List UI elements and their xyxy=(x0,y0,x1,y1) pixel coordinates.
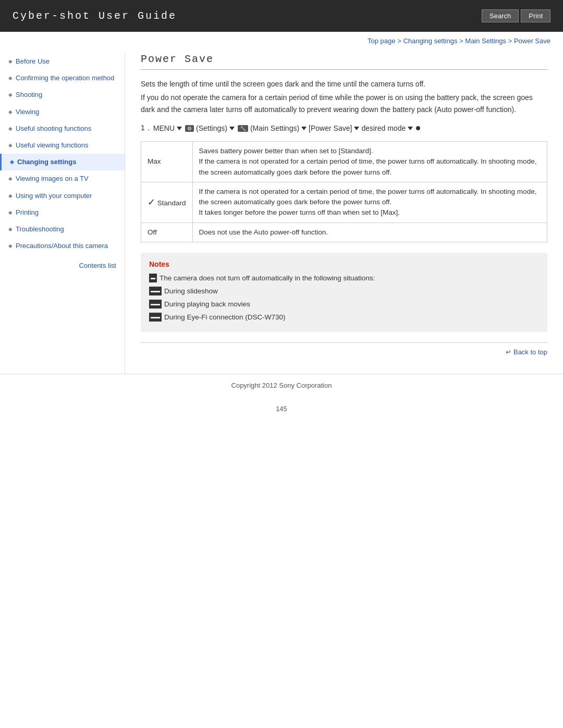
breadcrumb-changing-settings[interactable]: Changing settings xyxy=(403,37,457,45)
desc-cell-off: Does not use the Auto power-off function… xyxy=(192,223,547,242)
sidebar-item-useful-shooting[interactable]: ◆ Useful shooting functions xyxy=(0,120,125,137)
page-header: Cyber-shot User Guide Search Print xyxy=(0,0,563,32)
power-save-bracket: [Power Save] xyxy=(309,124,352,132)
back-to-top-anchor[interactable]: ↵ Back to top xyxy=(506,348,547,356)
sidebar-item-before-use[interactable]: ◆ Before Use xyxy=(0,53,125,70)
note-icon: ▬ xyxy=(149,274,157,282)
main-layout: ◆ Before Use ◆ Confirming the operation … xyxy=(0,48,563,374)
main-content: Power Save Sets the length of time until… xyxy=(125,53,563,374)
list-item: ▬▬ During playing back movies xyxy=(149,299,539,311)
arrow-down-icon-4 xyxy=(354,127,359,130)
mode-cell-max: Max xyxy=(141,142,193,182)
arrow-down-icon-3 xyxy=(301,127,307,130)
breadcrumb: Top page > Changing settings > Main Sett… xyxy=(0,32,563,48)
menu-label: MENU xyxy=(153,124,175,132)
bullet-icon: ◆ xyxy=(8,91,13,98)
note-main: ▬ The camera does not turn off automatic… xyxy=(149,273,539,285)
checkmark-icon: ✓ xyxy=(148,197,155,207)
breadcrumb-power-save[interactable]: Power Save xyxy=(514,37,550,45)
page-number: 145 xyxy=(0,400,563,418)
notes-list: ▬ The camera does not turn off automatic… xyxy=(149,273,539,324)
sidebar-item-troubleshooting[interactable]: ◆ Troubleshooting xyxy=(0,221,125,238)
table-row: ✓ Standard If the camera is not operated… xyxy=(141,182,547,223)
note-item-text-3: During Eye-Fi connection (DSC-W730) xyxy=(164,312,286,324)
bullet-icon: ◆ xyxy=(8,175,13,182)
desired-mode-label: desired mode xyxy=(361,124,406,132)
description-line1: Sets the length of time until the screen… xyxy=(141,78,547,90)
bullet-icon: ◆ xyxy=(8,192,13,200)
note-item-text-1: During slideshow xyxy=(164,286,218,298)
desc-cell-max: Saves battery power better than when set… xyxy=(192,142,547,182)
mode-cell-standard: ✓ Standard xyxy=(141,182,193,223)
sidebar-item-printing[interactable]: ◆ Printing xyxy=(0,204,125,221)
notes-section: Notes ▬ The camera does not turn off aut… xyxy=(141,253,547,332)
note-item-icon: ▬▬ xyxy=(149,300,162,309)
settings-label: (Settings) xyxy=(196,124,227,132)
breadcrumb-main-settings[interactable]: Main Settings xyxy=(465,37,506,45)
search-button[interactable]: Search xyxy=(482,9,519,22)
note-item-icon: ▬▬ xyxy=(149,313,162,322)
footer: Copyright 2012 Sony Corporation xyxy=(0,374,563,400)
sidebar-item-useful-viewing[interactable]: ◆ Useful viewing functions xyxy=(0,137,125,154)
sidebar-item-viewing[interactable]: ◆ Viewing xyxy=(0,104,125,120)
bullet-icon: ◆ xyxy=(8,209,13,216)
arrow-down-icon-5 xyxy=(408,127,413,130)
bullet-icon: ◆ xyxy=(8,75,13,82)
sidebar: ◆ Before Use ◆ Confirming the operation … xyxy=(0,53,125,374)
main-settings-label: (Main Settings) xyxy=(250,124,299,132)
note-item-text-2: During playing back movies xyxy=(164,299,250,311)
page-title: Power Save xyxy=(141,53,547,70)
list-item: ▬▬ During slideshow xyxy=(149,286,539,298)
sidebar-item-changing-settings[interactable]: ◆ Changing settings xyxy=(0,154,125,170)
breadcrumb-top[interactable]: Top page xyxy=(368,37,396,45)
header-actions: Search Print xyxy=(482,9,550,22)
settings-table: Max Saves battery power better than when… xyxy=(141,141,547,242)
site-title: Cyber-shot User Guide xyxy=(13,10,177,22)
arrow-down-icon-1 xyxy=(177,127,182,130)
notes-title: Notes xyxy=(149,260,539,268)
sidebar-item-precautions[interactable]: ◆ Precautions/About this camera xyxy=(0,238,125,254)
bullet-icon: ◆ xyxy=(8,58,13,65)
sidebar-item-viewing-tv[interactable]: ◆ Viewing images on a TV xyxy=(0,170,125,187)
print-button[interactable]: Print xyxy=(521,9,550,22)
contents-list-link[interactable]: Contents list xyxy=(0,254,125,269)
bullet-icon: ◆ xyxy=(8,125,13,132)
table-row: Max Saves battery power better than when… xyxy=(141,142,547,182)
mode-cell-off: Off xyxy=(141,223,193,242)
desc-cell-standard: If the camera is not operated for a cert… xyxy=(192,182,547,223)
main-settings-icon: 🔧 xyxy=(238,125,248,132)
note-main-text: The camera does not turn off automatical… xyxy=(160,273,375,285)
bullet-icon-active: ◆ xyxy=(10,158,14,166)
note-item-icon: ▬▬ xyxy=(149,287,162,295)
bullet-icon: ◆ xyxy=(8,226,13,233)
description-line2: If you do not operate the camera for a c… xyxy=(141,92,547,115)
bullet-filled-icon xyxy=(416,126,420,130)
instruction-number: 1． xyxy=(141,124,152,133)
arrow-down-icon-2 xyxy=(229,127,235,130)
settings-icon: ⚙ xyxy=(185,125,194,132)
sidebar-item-shooting[interactable]: ◆ Shooting xyxy=(0,87,125,103)
bullet-icon: ◆ xyxy=(8,108,13,116)
list-item: ▬▬ During Eye-Fi connection (DSC-W730) xyxy=(149,312,539,324)
table-row: Off Does not use the Auto power-off func… xyxy=(141,223,547,242)
copyright-text: Copyright 2012 Sony Corporation xyxy=(231,381,332,389)
sidebar-item-confirming[interactable]: ◆ Confirming the operation method xyxy=(0,70,125,87)
back-to-top-link[interactable]: ↵ Back to top xyxy=(141,342,547,358)
sidebar-item-computer[interactable]: ◆ Using with your computer xyxy=(0,188,125,204)
instruction-line: 1． MENU ⚙ (Settings) 🔧 (Main Settings) [… xyxy=(141,124,547,133)
bullet-icon: ◆ xyxy=(8,242,13,250)
bullet-icon: ◆ xyxy=(8,142,13,149)
description-block: Sets the length of time until the screen… xyxy=(141,78,547,115)
